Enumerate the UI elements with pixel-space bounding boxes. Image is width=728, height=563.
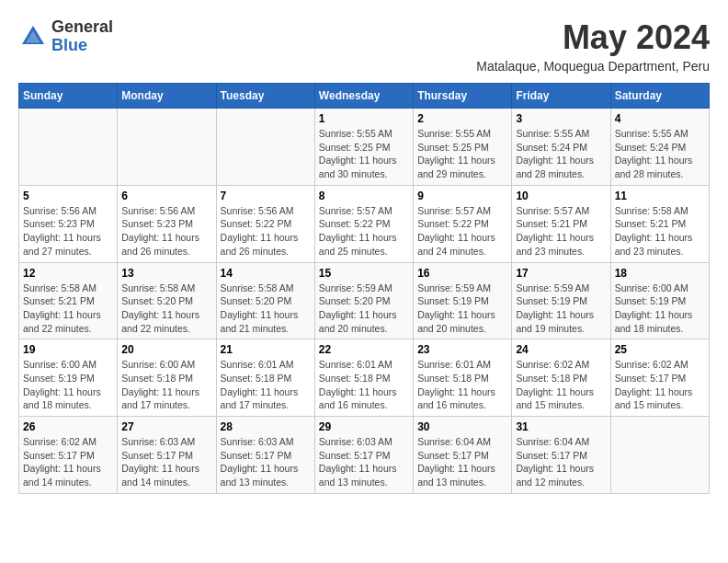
day-number: 4 [615,112,705,125]
calendar-cell: 10Sunrise: 5:57 AM Sunset: 5:21 PM Dayli… [512,185,610,262]
day-number: 24 [516,343,606,356]
day-number: 27 [121,420,211,433]
col-header-sunday: Sunday [19,84,118,109]
month-year-title: May 2024 [476,18,710,57]
day-info: Sunrise: 6:02 AM Sunset: 5:17 PM Dayligh… [23,435,113,489]
week-row-1: 1Sunrise: 5:55 AM Sunset: 5:25 PM Daylig… [19,109,710,186]
day-number: 18 [615,267,705,280]
day-info: Sunrise: 6:04 AM Sunset: 5:17 PM Dayligh… [516,435,606,489]
calendar-cell: 18Sunrise: 6:00 AM Sunset: 5:19 PM Dayli… [610,262,709,339]
col-header-saturday: Saturday [610,84,709,109]
calendar-cell: 27Sunrise: 6:03 AM Sunset: 5:17 PM Dayli… [118,417,216,494]
day-info: Sunrise: 5:59 AM Sunset: 5:19 PM Dayligh… [417,282,507,336]
col-header-wednesday: Wednesday [314,84,413,109]
col-header-friday: Friday [512,84,610,109]
day-info: Sunrise: 5:57 AM Sunset: 5:21 PM Dayligh… [516,204,606,259]
calendar-cell: 13Sunrise: 5:58 AM Sunset: 5:20 PM Dayli… [118,262,216,339]
calendar-cell: 23Sunrise: 6:01 AM Sunset: 5:18 PM Dayli… [414,339,512,417]
day-info: Sunrise: 6:00 AM Sunset: 5:19 PM Dayligh… [23,358,113,412]
calendar-cell: 12Sunrise: 5:58 AM Sunset: 5:21 PM Dayli… [19,262,118,339]
day-info: Sunrise: 6:01 AM Sunset: 5:18 PM Dayligh… [221,358,311,412]
calendar-cell: 20Sunrise: 6:00 AM Sunset: 5:18 PM Dayli… [118,339,216,417]
day-number: 16 [417,267,507,280]
day-number: 30 [417,420,507,433]
day-info: Sunrise: 5:58 AM Sunset: 5:20 PM Dayligh… [221,282,311,336]
day-info: Sunrise: 6:03 AM Sunset: 5:17 PM Dayligh… [319,435,409,489]
day-info: Sunrise: 5:55 AM Sunset: 5:24 PM Dayligh… [516,127,606,181]
day-number: 1 [319,112,409,125]
calendar-cell: 19Sunrise: 6:00 AM Sunset: 5:19 PM Dayli… [19,339,118,417]
calendar-cell: 5Sunrise: 5:56 AM Sunset: 5:23 PM Daylig… [19,185,118,262]
day-info: Sunrise: 6:00 AM Sunset: 5:18 PM Dayligh… [121,358,211,412]
calendar-cell: 6Sunrise: 5:56 AM Sunset: 5:23 PM Daylig… [118,185,216,262]
title-area: May 2024 Matalaque, Moquegua Department,… [476,18,710,74]
day-number: 12 [23,267,113,280]
day-number: 11 [615,190,705,202]
calendar-cell: 16Sunrise: 5:59 AM Sunset: 5:19 PM Dayli… [414,262,512,339]
calendar-cell: 1Sunrise: 5:55 AM Sunset: 5:25 PM Daylig… [314,109,413,186]
day-info: Sunrise: 5:57 AM Sunset: 5:22 PM Dayligh… [319,204,409,259]
calendar-cell: 9Sunrise: 5:57 AM Sunset: 5:22 PM Daylig… [414,185,512,262]
day-info: Sunrise: 5:59 AM Sunset: 5:19 PM Dayligh… [516,282,606,336]
day-info: Sunrise: 6:01 AM Sunset: 5:18 PM Dayligh… [417,358,507,412]
calendar-cell: 29Sunrise: 6:03 AM Sunset: 5:17 PM Dayli… [314,417,413,494]
day-info: Sunrise: 6:02 AM Sunset: 5:17 PM Dayligh… [615,358,705,412]
calendar-cell: 26Sunrise: 6:02 AM Sunset: 5:17 PM Dayli… [19,417,118,494]
calendar-cell: 21Sunrise: 6:01 AM Sunset: 5:18 PM Dayli… [216,339,314,417]
col-header-tuesday: Tuesday [216,84,314,109]
calendar-cell: 25Sunrise: 6:02 AM Sunset: 5:17 PM Dayli… [610,339,709,417]
logo: General Blue [18,18,113,55]
day-info: Sunrise: 5:58 AM Sunset: 5:20 PM Dayligh… [121,282,211,336]
calendar-cell: 2Sunrise: 5:55 AM Sunset: 5:25 PM Daylig… [414,109,512,186]
day-number: 5 [23,190,113,202]
calendar-cell: 8Sunrise: 5:57 AM Sunset: 5:22 PM Daylig… [314,185,413,262]
calendar-cell [118,109,216,186]
day-info: Sunrise: 6:01 AM Sunset: 5:18 PM Dayligh… [319,358,409,412]
day-number: 21 [221,343,311,356]
day-info: Sunrise: 6:03 AM Sunset: 5:17 PM Dayligh… [221,435,311,489]
day-number: 9 [417,190,507,202]
calendar-cell: 30Sunrise: 6:04 AM Sunset: 5:17 PM Dayli… [414,417,512,494]
day-number: 13 [121,267,211,280]
logo-blue: Blue [51,37,113,55]
day-number: 20 [121,343,211,356]
day-info: Sunrise: 6:04 AM Sunset: 5:17 PM Dayligh… [417,435,507,489]
calendar-cell [19,109,118,186]
day-number: 25 [615,343,705,356]
page-header: General Blue May 2024 Matalaque, Moquegu… [18,18,710,74]
day-info: Sunrise: 5:56 AM Sunset: 5:23 PM Dayligh… [121,204,211,259]
logo-icon [18,22,48,52]
day-info: Sunrise: 5:57 AM Sunset: 5:22 PM Dayligh… [417,204,507,259]
day-info: Sunrise: 5:58 AM Sunset: 5:21 PM Dayligh… [615,204,705,259]
day-info: Sunrise: 5:56 AM Sunset: 5:23 PM Dayligh… [23,204,113,259]
col-header-monday: Monday [118,84,216,109]
day-info: Sunrise: 6:03 AM Sunset: 5:17 PM Dayligh… [121,435,211,489]
day-number: 3 [516,112,606,125]
location-subtitle: Matalaque, Moquegua Department, Peru [476,59,710,74]
calendar-cell: 17Sunrise: 5:59 AM Sunset: 5:19 PM Dayli… [512,262,610,339]
day-number: 17 [516,267,606,280]
calendar-cell: 15Sunrise: 5:59 AM Sunset: 5:20 PM Dayli… [314,262,413,339]
day-number: 15 [319,267,409,280]
day-info: Sunrise: 5:58 AM Sunset: 5:21 PM Dayligh… [23,282,113,336]
logo-text: General Blue [51,18,113,55]
col-header-thursday: Thursday [414,84,512,109]
day-number: 14 [221,267,311,280]
day-info: Sunrise: 5:55 AM Sunset: 5:25 PM Dayligh… [319,127,409,181]
day-number: 22 [319,343,409,356]
day-number: 29 [319,420,409,433]
calendar-cell: 28Sunrise: 6:03 AM Sunset: 5:17 PM Dayli… [216,417,314,494]
calendar-cell [216,109,314,186]
day-info: Sunrise: 5:55 AM Sunset: 5:24 PM Dayligh… [615,127,705,181]
day-number: 6 [121,190,211,202]
calendar-cell: 7Sunrise: 5:56 AM Sunset: 5:22 PM Daylig… [216,185,314,262]
day-number: 8 [319,190,409,202]
day-number: 7 [221,190,311,202]
calendar-table: SundayMondayTuesdayWednesdayThursdayFrid… [18,83,710,494]
day-info: Sunrise: 6:02 AM Sunset: 5:18 PM Dayligh… [516,358,606,412]
day-number: 2 [417,112,507,125]
day-info: Sunrise: 5:55 AM Sunset: 5:25 PM Dayligh… [417,127,507,181]
day-info: Sunrise: 5:59 AM Sunset: 5:20 PM Dayligh… [319,282,409,336]
calendar-cell: 14Sunrise: 5:58 AM Sunset: 5:20 PM Dayli… [216,262,314,339]
week-row-3: 12Sunrise: 5:58 AM Sunset: 5:21 PM Dayli… [19,262,710,339]
